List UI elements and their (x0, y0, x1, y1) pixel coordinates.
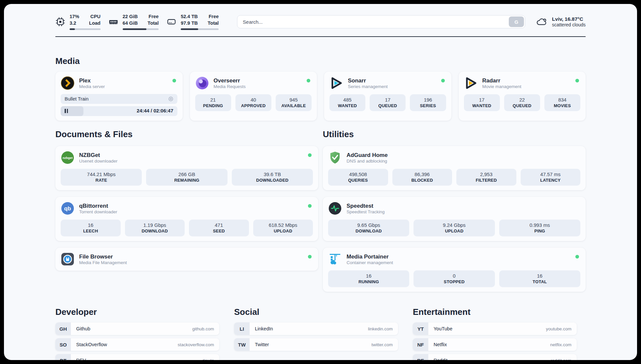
overseerr-app-link[interactable]: Overseerr Media Requests (195, 76, 312, 90)
stat-series: 196 SERIES (410, 94, 446, 111)
stat-downloaded: 39.6 TB DOWNLOADED (232, 169, 313, 186)
memory-progressbar (123, 28, 159, 30)
weather-location: Lviv, 16.87°C (552, 16, 586, 22)
link-label: Reddit (434, 358, 447, 360)
playback-time: 24:44 / 02:06:47 (137, 108, 173, 113)
stat-blocked: 86,396 BLOCKED (392, 169, 452, 186)
stat-movies: 834 MOVIES (544, 94, 580, 111)
app-title: Overseerr (214, 77, 246, 84)
link-dev[interactable]: DT DEV dev.to (55, 354, 219, 360)
qbittorrent-app-link[interactable]: qb qBittorrent Torrent downloader (61, 201, 313, 215)
radarr-app-link[interactable]: Radarr Movie management (464, 76, 581, 90)
plex-app-link[interactable]: Plex Media server (61, 76, 177, 90)
section-title-media: Media (55, 56, 586, 66)
filebrowser-app-link[interactable]: File Browser Media File Management (61, 252, 313, 266)
app-card-portainer: Media Portainer Container management 16 … (323, 248, 586, 292)
stat-value: 22 (505, 97, 539, 103)
nzbget-app-link[interactable]: nzbget NZBGet Usenet downloader (61, 151, 313, 165)
stat-running: 16 RUNNING (328, 270, 409, 287)
link-url: twitter.com (371, 342, 393, 347)
links-column-developer: Developer GH Github github.com SO StackO… (55, 307, 219, 360)
stat-value: 744.21 Mbps (62, 171, 140, 177)
stat-wanted: 485 WANTED (329, 94, 365, 111)
stat-label: WANTED (331, 103, 364, 108)
app-subtitle: Media server (79, 84, 105, 89)
link-youtube[interactable]: YT YouTube youtube.com (413, 322, 577, 335)
adguard-app-link[interactable]: AdGuard Home DNS and adblocking (328, 151, 580, 165)
sonarr-icon (329, 76, 343, 90)
weather-widget: Lviv, 16.87°C scattered clouds (535, 15, 586, 28)
stat-value: 16 (501, 273, 579, 279)
section-title-utilities: Utilities (323, 129, 586, 139)
cpu-values: 17% 3.2 (70, 14, 79, 26)
weather-condition: scattered clouds (552, 22, 586, 27)
link-netflix[interactable]: NF Netflix netflix.com (413, 338, 577, 351)
app-card-overseerr: Overseerr Media Requests 21 PENDING 40 A… (190, 72, 317, 121)
stat-upload: 618.52 Mbps UPLOAD (253, 220, 313, 236)
app-subtitle: DNS and adblocking (347, 159, 388, 164)
memory-free-value: 22 GiB (123, 14, 138, 20)
link-label: Github (76, 326, 90, 331)
app-card-nzbget: nzbget NZBGet Usenet downloader 744.21 M… (55, 146, 318, 190)
link-abbr: YT (413, 322, 428, 335)
session-target-icon (168, 96, 173, 102)
nzbget-icon: nzbget (61, 151, 75, 165)
stat-label: DOWNLOAD (329, 228, 408, 233)
stat-value: 1.19 Gbps (126, 222, 184, 228)
nzbget-stats: 744.21 Mbps RATE 266 GB REMAINING 39.6 T… (61, 169, 313, 186)
radarr-icon (464, 76, 478, 90)
link-linkedin[interactable]: LI LinkedIn linkedin.com (234, 322, 398, 335)
speedtest-app-link[interactable]: Speedtest Speedtest Tracking (328, 201, 580, 215)
stat-value: 17 (371, 97, 404, 103)
stat-value: 9.24 Gbps (415, 222, 493, 228)
stat-value: 0 (415, 273, 493, 279)
links-column-entertainment: Entertainment YT YouTube youtube.com NF … (413, 307, 577, 360)
pause-icon[interactable] (65, 109, 68, 113)
stat-value: 39.6 TB (233, 171, 312, 177)
link-reddit[interactable]: RE Reddit reddit.com (413, 354, 577, 360)
portainer-titles: Media Portainer Container management (347, 253, 393, 265)
app-subtitle: Speedtest Tracking (347, 209, 385, 214)
adguard-stats: 498,508 QUERIES 86,396 BLOCKED 2,953 FIL… (328, 169, 580, 186)
search-input[interactable] (237, 15, 525, 28)
status-dot (308, 153, 312, 157)
stat-value: 498,508 (329, 171, 387, 177)
stat-value: 0.993 ms (501, 222, 579, 228)
hdd-icon (167, 17, 176, 27)
stat-seed: 471 SEED (189, 220, 249, 236)
dashboard-panel: 17% 3.2 CPU Load 22 GiB 64 GiB (4, 4, 637, 360)
playback-progressbar[interactable]: 24:44 / 02:06:47 (61, 106, 177, 116)
stat-queued: 22 QUEUED (504, 94, 540, 111)
stat-total: 16 TOTAL (499, 270, 580, 287)
memory-free-label: Free (148, 14, 159, 20)
link-github[interactable]: GH Github github.com (55, 322, 219, 335)
stat-label: AVAILABLE (277, 103, 310, 108)
documents-column: Documents & Files nzbget NZBGet Usenet d… (55, 129, 318, 292)
stat-label: LATENCY (522, 178, 579, 183)
link-label: YouTube (434, 326, 452, 331)
section-title-entertainment: Entertainment (413, 307, 577, 317)
portainer-app-link[interactable]: Media Portainer Container management (328, 252, 580, 266)
stat-stopped: 0 STOPPED (413, 270, 495, 287)
status-dot (575, 79, 579, 82)
adguard-titles: AdGuard Home DNS and adblocking (347, 152, 388, 164)
sonarr-app-link[interactable]: Sonarr Series management (329, 76, 446, 90)
portainer-stats: 16 RUNNING 0 STOPPED 16 TOTAL (328, 270, 580, 287)
now-playing-title: Bullet Train (65, 96, 89, 102)
search-engine-button[interactable]: G (509, 16, 524, 27)
memory-labels: Free Total (148, 14, 159, 26)
app-title: Speedtest (347, 202, 385, 209)
section-title-documents: Documents & Files (55, 129, 318, 139)
app-subtitle: Movie management (482, 84, 522, 89)
link-abbr: DT (55, 354, 71, 360)
link-stackoverflow[interactable]: SO StackOverflow stackoverflow.com (55, 338, 219, 351)
stat-value: 40 (237, 97, 270, 103)
cpu-load-value: 3.2 (70, 20, 79, 27)
speedtest-stats: 9.65 Gbps DOWNLOAD 9.24 Gbps UPLOAD 0.99… (328, 220, 580, 236)
app-card-qbittorrent: qb qBittorrent Torrent downloader 16 LEE… (55, 197, 318, 241)
link-twitter[interactable]: TW Twitter twitter.com (234, 338, 398, 351)
stat-value: 16 (62, 222, 119, 228)
app-title: Media Portainer (347, 253, 393, 260)
link-label: DEV (76, 358, 86, 360)
cpu-icon (55, 17, 65, 27)
